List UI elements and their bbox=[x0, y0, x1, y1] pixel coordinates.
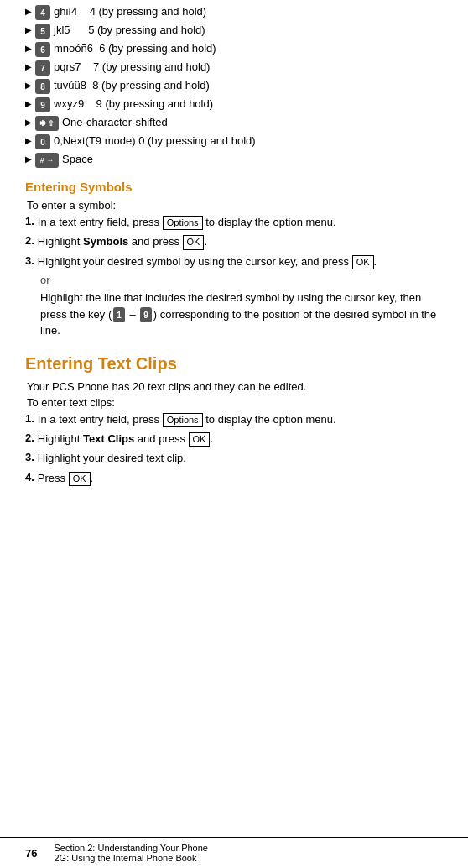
footer-section: Section 2: Understanding Your Phone 2G: … bbox=[54, 843, 207, 863]
step-text: In a text entry field, press Options to … bbox=[38, 215, 336, 230]
list-item: ▶ 5 jkl5 5 (by pressing and hold) bbox=[25, 24, 443, 39]
ok-btn-1: OK bbox=[183, 235, 205, 249]
step-num: 2. bbox=[25, 431, 34, 444]
item-text-space: Space bbox=[62, 153, 93, 165]
range-badge-end: 9 bbox=[140, 307, 152, 322]
entering-symbols-heading: Entering Symbols bbox=[25, 180, 443, 194]
item-text-8: tuvúü8 8 (by pressing and hold) bbox=[54, 79, 210, 92]
arrow-icon: ▶ bbox=[25, 81, 32, 90]
step-text: Highlight your desired symbol by using t… bbox=[38, 254, 377, 269]
entering-text-clips-section: Entering Text Clips Your PCS Phone has 2… bbox=[25, 354, 443, 486]
page-number: 76 bbox=[25, 847, 37, 860]
list-item: ▶ 6 mnoóñ6 6 (by pressing and hold) bbox=[25, 42, 443, 57]
key-badge-4: 4 bbox=[35, 5, 50, 20]
key-badge-7: 7 bbox=[35, 60, 50, 76]
options-btn-1: Options bbox=[163, 216, 203, 230]
clips-step-3: 3. Highlight your desired text clip. bbox=[25, 451, 443, 466]
item-text-6: mnoóñ6 6 (by pressing and hold) bbox=[54, 42, 216, 55]
list-item: ▶ # → Space bbox=[25, 153, 443, 168]
step-text: Highlight Symbols and press OK. bbox=[38, 234, 207, 249]
list-item: ▶ 7 pqrs7 7 (by pressing and hold) bbox=[25, 60, 443, 76]
key-list: ▶ 4 ghií4 4 (by pressing and hold) ▶ 5 j… bbox=[25, 5, 443, 168]
options-btn-2: Options bbox=[163, 413, 203, 427]
key-badge-9: 9 bbox=[35, 97, 50, 112]
clips-step-4: 4. Press OK. bbox=[25, 471, 443, 486]
ok-btn-2: OK bbox=[352, 255, 374, 269]
step-num: 1. bbox=[25, 215, 34, 227]
step-text: In a text entry field, press Options to … bbox=[38, 412, 336, 427]
arrow-icon: ▶ bbox=[25, 62, 32, 71]
arrow-icon: ▶ bbox=[25, 154, 32, 164]
list-item: ▶ ✱ ⇧ One-character-shifted bbox=[25, 116, 443, 131]
clips-intro-2: To enter text clips: bbox=[27, 396, 443, 409]
footer: 76 Section 2: Understanding Your Phone 2… bbox=[0, 837, 468, 868]
list-item: ▶ 9 wxyz9 9 (by pressing and hold) bbox=[25, 97, 443, 112]
or-label: or bbox=[40, 274, 443, 286]
continuation-text: Highlight the line that includes the des… bbox=[40, 290, 443, 339]
step-num: 3. bbox=[25, 451, 34, 463]
step-num: 4. bbox=[25, 471, 34, 484]
entering-text-clips-heading: Entering Text Clips bbox=[25, 354, 443, 374]
arrow-icon: ▶ bbox=[25, 99, 32, 108]
item-text-5: jkl5 5 (by pressing and hold) bbox=[54, 24, 205, 36]
list-item: ▶ 8 tuvúü8 8 (by pressing and hold) bbox=[25, 79, 443, 94]
step-text: Highlight Text Clips and press OK. bbox=[38, 431, 213, 447]
key-badge-star: ✱ ⇧ bbox=[35, 116, 59, 131]
footer-chapter-label: 2G: Using the Internal Phone Book bbox=[54, 853, 196, 863]
arrow-icon: ▶ bbox=[25, 44, 32, 53]
symbols-step-3: 3. Highlight your desired symbol by usin… bbox=[25, 254, 443, 269]
key-badge-hash: # → bbox=[35, 153, 59, 168]
range-badge-start: 1 bbox=[113, 307, 125, 322]
ok-btn-4: OK bbox=[69, 472, 91, 486]
step-num: 1. bbox=[25, 412, 34, 425]
item-text-4: ghií4 4 (by pressing and hold) bbox=[54, 5, 206, 18]
symbols-step-2: 2. Highlight Symbols and press OK. bbox=[25, 234, 443, 249]
symbols-step-1: 1. In a text entry field, press Options … bbox=[25, 215, 443, 230]
list-item: ▶ 4 ghií4 4 (by pressing and hold) bbox=[25, 5, 443, 20]
item-text-0: 0,Next(T9 mode) 0 (by pressing and hold) bbox=[54, 134, 256, 147]
arrow-icon: ▶ bbox=[25, 25, 32, 34]
list-item: ▶ 0 0,Next(T9 mode) 0 (by pressing and h… bbox=[25, 134, 443, 149]
clips-step-1: 1. In a text entry field, press Options … bbox=[25, 412, 443, 427]
page-content: ▶ 4 ghií4 4 (by pressing and hold) ▶ 5 j… bbox=[0, 0, 468, 541]
step-text: Highlight your desired text clip. bbox=[38, 451, 186, 466]
step-text: Press OK. bbox=[38, 471, 93, 486]
clips-step-2: 2. Highlight Text Clips and press OK. bbox=[25, 431, 443, 447]
step-num: 3. bbox=[25, 254, 34, 267]
key-badge-0: 0 bbox=[35, 134, 50, 149]
item-text-shifted: One-character-shifted bbox=[62, 116, 168, 128]
key-badge-5: 5 bbox=[35, 24, 50, 39]
step-num: 2. bbox=[25, 234, 34, 247]
key-badge-6: 6 bbox=[35, 42, 50, 57]
entering-symbols-section: Entering Symbols To enter a symbol: 1. I… bbox=[25, 180, 443, 339]
symbols-intro: To enter a symbol: bbox=[27, 199, 443, 212]
arrow-icon: ▶ bbox=[25, 118, 32, 127]
arrow-icon: ▶ bbox=[25, 7, 32, 16]
footer-section-label: Section 2: Understanding Your Phone bbox=[54, 843, 207, 853]
item-text-7: pqrs7 7 (by pressing and hold) bbox=[54, 60, 210, 73]
item-text-9: wxyz9 9 (by pressing and hold) bbox=[54, 97, 213, 110]
clips-intro-1: Your PCS Phone has 20 text clips and the… bbox=[27, 380, 443, 393]
arrow-icon: ▶ bbox=[25, 136, 32, 145]
ok-btn-3: OK bbox=[189, 432, 211, 447]
key-badge-8: 8 bbox=[35, 79, 50, 94]
